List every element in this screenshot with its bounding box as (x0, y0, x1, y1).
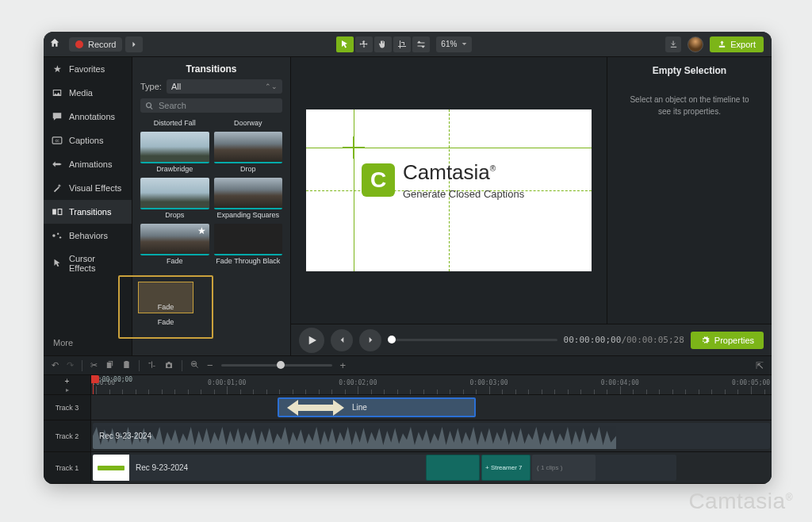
record-icon (75, 40, 83, 48)
cursor-icon (340, 40, 350, 49)
hand-icon (378, 40, 388, 49)
star-icon: ★ (52, 63, 63, 75)
clipboard-icon (122, 360, 131, 369)
playhead[interactable] (93, 375, 99, 383)
crop-icon (397, 40, 407, 49)
preview-subtitle: Generate Closed Captions (403, 188, 524, 200)
redo-button[interactable]: ↷ (67, 360, 74, 370)
sidebar-item-annotations[interactable]: Annotations (44, 105, 132, 129)
split-icon (147, 360, 156, 369)
add-track-icon[interactable]: + (65, 377, 70, 386)
tool-hand[interactable] (374, 36, 392, 52)
home-button[interactable] (44, 37, 66, 51)
seek-bar[interactable] (388, 339, 557, 341)
type-label: Type: (140, 82, 162, 91)
cut-button[interactable]: ✂ (90, 360, 98, 370)
timecode: 00:00:00;00/00:00:05;28 (564, 335, 684, 345)
ruler-tick-label: 0:00:02;00 (339, 379, 377, 386)
record-button[interactable]: Record (69, 37, 122, 52)
clip-segment[interactable] (426, 455, 480, 481)
track-header[interactable]: Track 2 (44, 420, 91, 451)
properties-message: Select an object on the timeline to see … (615, 94, 764, 117)
timeline-toolbar: ↶ ↷ ✂ − + ⇱ (44, 355, 772, 374)
sidebar-item-cursor-effects[interactable]: Cursor Effects (44, 248, 132, 279)
transition-item[interactable]: Doorway (214, 117, 283, 127)
transition-item[interactable]: Distorted Fall (140, 117, 209, 127)
clip-tail[interactable]: ( 1 clips ) (532, 455, 596, 481)
svg-text:cc: cc (55, 138, 59, 143)
zoom-out-button[interactable] (190, 360, 199, 370)
next-frame-button[interactable] (359, 329, 381, 351)
transition-item[interactable]: Expanding Squares (214, 178, 283, 219)
transitions-panel: Transitions Type: All ⌃⌄ Search Distorte… (132, 57, 291, 355)
sidebar-more[interactable]: More (44, 330, 132, 355)
track-lane[interactable]: Rec 9-23-2024 + Streamer 7 ( 1 clips ) (91, 452, 772, 483)
snapshot-button[interactable] (164, 360, 174, 371)
wand-icon (52, 182, 63, 194)
properties-title: Empty Selection (615, 65, 764, 76)
sidebar-item-transitions[interactable]: Transitions (44, 200, 132, 224)
clip-label: Rec 9-23-2024 (93, 432, 151, 440)
sidebar: ★ Favorites Media Annotations cc Caption… (44, 57, 132, 355)
timeline-zoom-slider[interactable] (221, 364, 332, 367)
ruler-tick-label: 0:00:05;00 (732, 379, 770, 386)
transition-item[interactable]: Drawbridge (140, 132, 209, 173)
watermark: Camtasia® (688, 489, 793, 514)
timeline-ruler[interactable]: 0:00:00:000:00:01;000:00:02;000:00:03;00… (91, 375, 772, 394)
chevrons-icon: ⌃⌄ (265, 83, 278, 90)
tool-select[interactable] (336, 36, 354, 52)
type-select[interactable]: All ⌃⌄ (167, 79, 282, 94)
sidebar-item-visual-effects[interactable]: Visual Effects (44, 176, 132, 200)
transition-item[interactable]: Drops (140, 178, 209, 219)
sidebar-item-captions[interactable]: cc Captions (44, 129, 132, 152)
sidebar-item-label: Annotations (69, 112, 115, 121)
popout-button[interactable]: ⇱ (756, 360, 764, 371)
tool-crop[interactable] (393, 36, 411, 52)
type-value: All (171, 82, 181, 91)
track-header[interactable]: Track 3 (44, 395, 91, 420)
play-icon (305, 334, 318, 347)
record-dropdown[interactable] (125, 36, 143, 52)
crosshair-icon (347, 141, 360, 154)
preview-canvas-wrap: C Camtasia® Generate Closed Captions (291, 57, 607, 324)
waveform-icon (93, 423, 616, 449)
timeline: + ▸ 0:00:00:000:00:01;000:00:02;000:00:0… (44, 374, 772, 484)
tool-move[interactable] (355, 36, 373, 52)
cursor-effects-icon (52, 258, 63, 269)
captions-icon: cc (52, 135, 63, 146)
play-button[interactable] (299, 328, 324, 353)
svg-rect-3 (58, 209, 62, 215)
track-header[interactable]: Track 1 (44, 452, 91, 483)
copy-button[interactable] (105, 360, 114, 370)
seek-handle[interactable] (388, 336, 396, 344)
transition-item[interactable]: Fade Through Black (214, 224, 283, 265)
track-lane[interactable]: Rec 9-23-2024 (91, 420, 772, 451)
tool-resize[interactable] (412, 36, 430, 52)
chevron-left-icon (339, 336, 346, 344)
clip-audio[interactable]: Rec 9-23-2024 (93, 423, 770, 449)
paste-button[interactable] (122, 360, 131, 370)
sidebar-item-animations[interactable]: Animations (44, 152, 132, 176)
track-lane[interactable]: Line (91, 395, 772, 420)
properties-button[interactable]: Properties (691, 332, 764, 349)
ruler-head[interactable]: + ▸ (44, 375, 91, 394)
slider-handle[interactable] (277, 361, 285, 369)
transition-item[interactable]: Drop (214, 132, 283, 173)
clip-line[interactable]: Line (278, 397, 476, 417)
split-button[interactable] (147, 360, 156, 370)
sidebar-item-behaviors[interactable]: Behaviors (44, 224, 132, 248)
media-icon (52, 87, 63, 98)
download-button[interactable] (665, 36, 681, 52)
export-button[interactable]: Export (710, 36, 764, 52)
zoom-select[interactable]: 61% (436, 36, 472, 52)
clip-streamer[interactable]: + Streamer 7 (481, 455, 530, 481)
search-input[interactable]: Search (140, 98, 282, 113)
prev-frame-button[interactable] (331, 329, 353, 351)
sidebar-item-media[interactable]: Media (44, 81, 132, 105)
transition-item-fade[interactable]: ★Fade (140, 224, 209, 265)
user-avatar[interactable] (688, 36, 703, 52)
undo-button[interactable]: ↶ (52, 360, 59, 370)
preview-canvas[interactable]: C Camtasia® Generate Closed Captions (306, 109, 592, 271)
sidebar-item-favorites[interactable]: ★ Favorites (44, 57, 132, 81)
gear-icon (700, 336, 710, 345)
